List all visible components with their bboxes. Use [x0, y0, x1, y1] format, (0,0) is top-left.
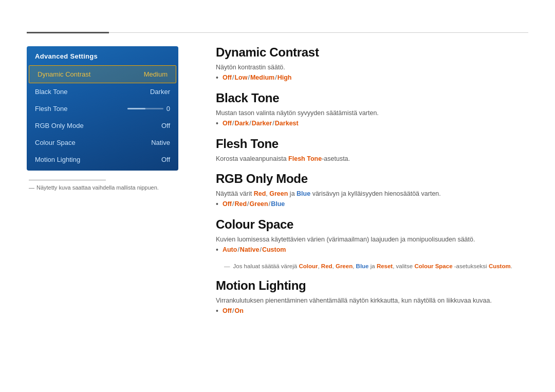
section-desc: Korosta vaaleanpunaista Flesh Tone-asetu…	[216, 155, 528, 162]
section-colour-space: Colour Space Kuvien luomisessa käytettäv…	[216, 217, 528, 269]
sep: /	[275, 74, 276, 81]
top-line-accent	[27, 32, 109, 33]
sub-note-dash: ―	[224, 263, 230, 269]
sep: /	[249, 120, 251, 127]
menu-item-value: Off	[161, 156, 170, 163]
opt-blue: Blue	[271, 200, 285, 208]
sep: /	[247, 200, 249, 208]
section-rgb-only: RGB Only Mode Näyttää värit Red, Green j…	[216, 172, 528, 208]
section-title: RGB Only Mode	[216, 172, 528, 186]
bullet: •	[216, 246, 218, 254]
section-desc: Näytön kontrastin säätö.	[216, 64, 528, 71]
note-divider	[29, 180, 106, 180]
section-flesh-tone: Flesh Tone Korosta vaaleanpunaista Flesh…	[216, 137, 528, 162]
options-line: • Auto / Native / Custom	[216, 246, 528, 254]
menu-item-colour-space[interactable]: Colour Space Native	[27, 134, 178, 151]
opt-red: Red	[254, 190, 266, 197]
sep: /	[232, 74, 234, 81]
menu-title: Advanced Settings	[27, 46, 178, 65]
options-line: • Off / Red / Green / Blue	[216, 200, 528, 208]
opt-green: Green	[269, 190, 288, 197]
options-line: • Off / On	[216, 307, 528, 315]
rgb-suffix: värisävyn ja kylläisyyden hienosäätöä va…	[310, 190, 441, 197]
menu-item-label: Colour Space	[35, 139, 76, 146]
desc-prefix: Korosta vaaleanpunaista	[216, 155, 287, 162]
section-title: Black Tone	[216, 91, 528, 105]
section-title: Colour Space	[216, 217, 528, 232]
sep: /	[272, 120, 274, 127]
menu-item-value: Medium	[144, 70, 168, 78]
opt-blue: Blue	[297, 190, 310, 197]
bullet: •	[216, 200, 218, 208]
section-dynamic-contrast: Dynamic Contrast Näytön kontrastin säätö…	[216, 45, 528, 82]
opt-off: Off	[223, 120, 232, 127]
sep: /	[232, 120, 234, 127]
opt-off: Off	[223, 200, 232, 208]
section-title: Flesh Tone	[216, 137, 528, 151]
slider-fill	[127, 108, 145, 109]
section-title: Motion Lighting	[216, 278, 528, 293]
section-title: Dynamic Contrast	[216, 45, 528, 60]
opt-darkest: Darkest	[275, 120, 299, 127]
sep: /	[232, 307, 234, 314]
menu-item-value: Native	[151, 139, 170, 146]
options-line: • Off / Dark / Darker / Darkest	[216, 119, 528, 127]
opt-dark: Dark	[234, 120, 249, 127]
opt-darker: Darker	[252, 120, 272, 127]
opt-off: Off	[223, 74, 232, 81]
menu-item-value: Darker	[150, 88, 170, 96]
section-desc: Mustan tason valinta näytön syvyyden sää…	[216, 109, 528, 117]
sep: /	[269, 200, 270, 208]
sep: /	[248, 74, 249, 81]
bullet: •	[216, 73, 218, 82]
opt-green: Green	[250, 200, 268, 208]
bullet: •	[216, 307, 218, 315]
bullet: •	[216, 119, 218, 127]
menu-item-label: Flesh Tone	[35, 105, 67, 113]
flesh-tone-slider[interactable]	[127, 108, 163, 109]
section-desc: Kuvien luomisessa käytettävien värien (v…	[216, 236, 528, 243]
sub-note-text: Jos haluat säätää värejä Colour, Red, Gr…	[233, 263, 512, 269]
note-section: ― Näytetty kuva saattaa vaihdella mallis…	[27, 180, 178, 191]
menu-item-label: Dynamic Contrast	[38, 70, 90, 78]
section-desc: Virrankulutuksen pienentäminen vähentämä…	[216, 297, 528, 304]
menu-item-label: RGB Only Mode	[35, 122, 84, 129]
opt-medium: Medium	[250, 74, 274, 81]
note-content: Näytetty kuva saattaa vaihdella mallista…	[36, 184, 159, 191]
menu-box: Advanced Settings Dynamic Contrast Mediu…	[27, 46, 178, 171]
opt-on: On	[234, 307, 243, 314]
menu-item-black-tone[interactable]: Black Tone Darker	[27, 83, 178, 100]
section-black-tone: Black Tone Mustan tason valinta näytön s…	[216, 91, 528, 127]
right-content: Dynamic Contrast Näytön kontrastin säätö…	[216, 45, 528, 324]
sep: /	[260, 246, 261, 253]
note-dash: ―	[29, 184, 34, 191]
opt-red: Red	[234, 200, 247, 208]
desc-highlight: Flesh Tone	[288, 155, 322, 162]
left-panel: Advanced Settings Dynamic Contrast Mediu…	[27, 46, 178, 191]
menu-item-label: Motion Lighting	[35, 156, 80, 163]
opt-low: Low	[234, 74, 247, 81]
menu-item-flesh-tone[interactable]: Flesh Tone 0	[27, 100, 178, 117]
menu-item-label: Black Tone	[35, 88, 67, 96]
opt-high: High	[278, 74, 292, 81]
menu-item-value: Off	[161, 122, 170, 129]
desc-suffix: -asetusta.	[322, 155, 350, 162]
top-lines	[27, 32, 528, 33]
menu-item-motion-lighting[interactable]: Motion Lighting Off	[27, 151, 178, 171]
opt-auto: Auto	[223, 246, 237, 253]
rgb-desc: Näyttää värit Red, Green ja Blue värisäv…	[216, 190, 528, 197]
opt-off: Off	[223, 307, 232, 314]
opt-native: Native	[240, 246, 260, 253]
section-motion-lighting: Motion Lighting Virrankulutuksen pienent…	[216, 278, 528, 315]
sub-note: ― Jos haluat säätää värejä Colour, Red, …	[224, 263, 528, 269]
flesh-tone-value: 0	[166, 105, 170, 113]
flesh-tone-controls: 0	[127, 105, 170, 113]
menu-item-dynamic-contrast[interactable]: Dynamic Contrast Medium	[29, 65, 176, 83]
options-line: • Off / Low / Medium / High	[216, 73, 528, 82]
menu-item-rgb-only[interactable]: RGB Only Mode Off	[27, 117, 178, 134]
opt-custom: Custom	[262, 246, 286, 253]
rgb-desc-prefix: Näyttää värit	[216, 190, 252, 197]
top-line-divider	[109, 32, 528, 33]
note-text: ― Näytetty kuva saattaa vaihdella mallis…	[29, 184, 176, 191]
sep: ja	[288, 190, 297, 197]
